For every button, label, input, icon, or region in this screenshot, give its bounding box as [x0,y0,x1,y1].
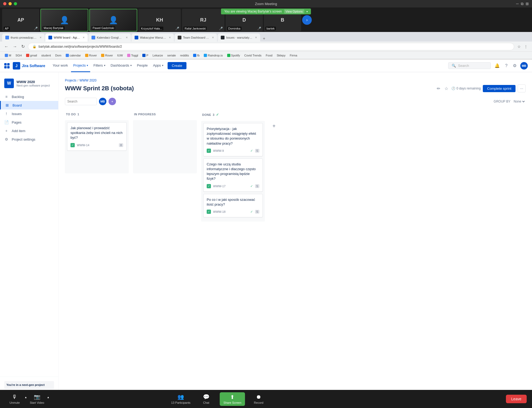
nav-dashboards[interactable]: Dashboards ▾ [109,59,134,72]
sidebar-item-backlog[interactable]: ≡ Backlog [0,92,58,101]
sidebar-item-pages[interactable]: 📄 Pages [0,118,58,127]
close-window-btn[interactable] [3,2,6,5]
browser-tab-6[interactable]: Issues · warsztatywww/TosterBot × [218,34,260,42]
tab-2-close[interactable]: × [83,36,85,39]
bookmark-lekarze[interactable]: Lekarze [151,53,165,58]
share-screen-button[interactable]: ⬆ Share Screen [220,392,245,406]
board-avatar-2[interactable]: + [109,98,116,105]
bookmark-toggl[interactable]: Toggl [126,53,140,58]
card-www17-type-icon: ✓ [207,184,211,188]
tab-1-close[interactable]: × [40,36,41,39]
browser-tab-1[interactable]: thunic-prowadzących × [2,34,45,42]
participant-pawel[interactable]: 👤 Paweł Gadziński [89,9,137,31]
help-btn[interactable]: ? [504,62,509,70]
sidebar-item-project-settings[interactable]: ⚙ Project settings [0,135,58,144]
browser-menu-btn[interactable]: ⋮ [523,43,529,50]
bookmark-firma[interactable]: Firma [288,53,299,58]
tab-5-close[interactable]: × [212,36,214,39]
bookmark-dom[interactable]: Dom [53,53,63,58]
participant-krzysztof[interactable]: KH Krzysztof Hała... 🎤 [138,9,181,31]
bookmark-rover2[interactable]: Rover [99,53,114,58]
address-bar[interactable]: 🔒 bartylak.atlassian.net/jira/software/p… [28,43,514,50]
bookmark-sklepy[interactable]: Sklepy [275,53,287,58]
bookmark-iuw[interactable]: IUW [116,53,124,58]
nav-people[interactable]: People [135,59,150,72]
todo-title: TO DO [66,113,76,116]
bookmark-sgh[interactable]: SGH [14,53,23,58]
kanban-card-www17[interactable]: Czego nie uczą studia informatyczne i dl… [203,158,263,192]
kanban-card-www9[interactable]: Priorytetyzacja - jak zoptymalizować osi… [203,123,263,156]
add-column-button[interactable]: + [269,121,279,131]
browser-tab-4[interactable]: Wakacyjne Warsztaty Wielosy... × [131,34,174,42]
zoom-restore-icon[interactable]: ⧉ [521,2,523,6]
nav-your-work[interactable]: Your work [51,59,70,72]
jira-main-content: Projects / WWW 2020 WWW Sprint 2B (sobot… [59,72,532,403]
bookmark-star-btn[interactable]: ☆ [516,43,522,50]
unmute-button[interactable]: 🎙 Unmute [5,393,24,405]
minimize-window-btn[interactable] [9,2,12,5]
tab-3-close[interactable]: × [126,36,128,39]
card-www9-footer: ✓ WWW-9 ✓ 5 [207,149,259,153]
kanban-card-www14[interactable]: Jak planować i prowadzić spotkania żeby … [67,122,127,151]
forward-button[interactable]: → [12,43,18,50]
back-button[interactable]: ← [3,43,10,50]
tab-6-close[interactable]: × [255,36,257,39]
bookmark-rover1[interactable]: Rover [84,53,98,58]
bookmark-spotify[interactable]: Spotify [226,53,242,58]
sidebar-item-board[interactable]: ⊞ Board [0,101,58,109]
edit-sprint-btn[interactable]: ✏ [436,85,441,92]
new-tab-button[interactable]: + [261,36,267,41]
participant-ap[interactable]: AP AP 🎤 [2,9,39,31]
video-chevron-icon[interactable]: ▲ [46,396,50,399]
jira-grid-menu-btn[interactable] [4,63,10,68]
zoom-tile-icon[interactable]: ⊞ [526,2,529,6]
chat-button[interactable]: 💬 Chat [197,393,215,405]
bookmark-gmail[interactable]: gmail [24,53,39,58]
bookmark-raindrop[interactable]: Raindrop.io [202,53,224,58]
settings-btn[interactable]: ⚙ [511,62,518,70]
browser-tab-3[interactable]: Kalendarz Google - Tydzień, w t... × [88,34,131,42]
jira-search-box[interactable]: 🔍 Search [448,62,491,69]
sidebar-item-add[interactable]: + Add item [0,127,58,135]
nav-projects[interactable]: Projects ▾ [71,59,90,72]
reload-button[interactable]: ↻ [20,43,26,50]
star-sprint-btn[interactable]: ☆ [443,85,449,92]
breadcrumb-project[interactable]: WWW 2020 [80,79,97,82]
participant-maciej[interactable]: 👤 Maciej Bartylak [40,9,88,31]
complete-sprint-button[interactable]: Complete sprint [483,85,516,92]
start-video-button[interactable]: 📷 Start Video [28,393,46,405]
leave-button[interactable]: Leave [506,395,527,403]
bookmark-fb[interactable]: fb [192,53,201,58]
bookmark-reddits[interactable]: reddits [178,53,190,58]
sprint-more-btn[interactable]: ··· [518,84,526,92]
bookmark-seriale[interactable]: seriale [166,53,177,58]
zoom-minimize-icon[interactable]: ─ [516,2,519,6]
tab-4-close[interactable]: × [169,36,171,39]
browser-tab-5[interactable]: Team Dashboard | WWW 2020 × [174,34,217,42]
unmute-chevron-icon[interactable]: ▲ [24,396,28,399]
nav-apps[interactable]: Apps ▾ [151,59,165,72]
breadcrumb-projects[interactable]: Projects [65,79,76,82]
bookmark-covid[interactable]: Covid Trends [243,53,263,58]
notifications-btn[interactable]: 🔔 [493,62,501,70]
user-avatar[interactable]: MB [520,62,528,70]
participant-rafal[interactable]: RJ Rafał Jankowski 🎤 [182,9,225,31]
browser-tab-2[interactable]: WWW board - Agile board - Jira × [45,34,88,42]
bookmark-p[interactable]: P [141,53,150,58]
bookmark-student[interactable]: student [40,53,52,58]
board-search-input[interactable] [65,98,97,105]
board-avatar-mb[interactable]: MB [99,98,106,105]
view-options-button[interactable]: View Options [284,9,305,14]
group-by-select[interactable]: None [513,99,526,104]
more-participants-btn[interactable]: › [302,15,312,25]
fullscreen-window-btn[interactable] [14,2,17,5]
bookmark-calendar[interactable]: calendar [64,53,82,58]
bookmark-food[interactable]: Food [264,53,274,58]
nav-filters[interactable]: Filters ▾ [91,59,107,72]
sidebar-item-issues[interactable]: ! Issues [0,109,58,118]
bookmark-m[interactable]: M [3,53,13,58]
kanban-card-www18[interactable]: Po co i w jaki sposób szacować ilość pra… [203,194,263,217]
participants-button[interactable]: 👥 13 Participants [169,393,193,405]
create-button[interactable]: Create [168,62,186,69]
record-button[interactable]: ⏺ Record [249,393,268,405]
